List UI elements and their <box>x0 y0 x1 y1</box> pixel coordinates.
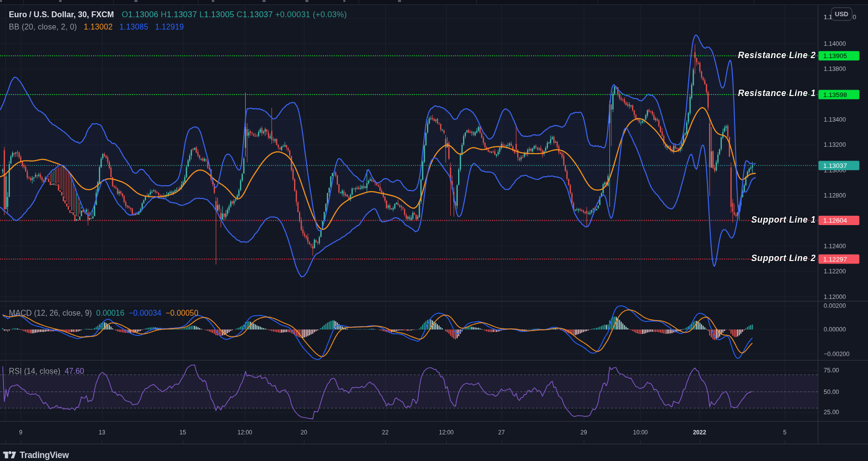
svg-text:1.12604: 1.12604 <box>823 217 847 224</box>
svg-text:13: 13 <box>99 429 105 436</box>
svg-text:29: 29 <box>580 429 587 436</box>
svg-text:5: 5 <box>783 429 787 436</box>
svg-text:9: 9 <box>19 429 23 436</box>
svg-text:1.13598: 1.13598 <box>823 91 847 99</box>
svg-text:O1.13006 H1.13037 L1.13005: O1.13006 H1.13037 L1.13005 C1.13037 +0.0… <box>122 10 347 19</box>
svg-text:1.13905: 1.13905 <box>823 52 847 60</box>
svg-text:1.12000: 1.12000 <box>824 294 846 300</box>
svg-text:Support Line 1: Support Line 1 <box>751 215 816 225</box>
svg-text:2022: 2022 <box>693 429 706 436</box>
svg-text:12:00: 12:00 <box>439 429 454 436</box>
svg-text:−0.00200: −0.00200 <box>824 351 850 358</box>
svg-text:20: 20 <box>300 429 307 436</box>
svg-text:1.13037: 1.13037 <box>823 162 847 169</box>
svg-text:10:00: 10:00 <box>633 429 648 436</box>
svg-text:BB (20, close, 2, 0) 1.13002: BB (20, close, 2, 0) 1.13002 1.13085 1.1… <box>9 23 184 31</box>
svg-text:1.12200: 1.12200 <box>824 268 846 275</box>
svg-text:0.00200: 0.00200 <box>824 302 846 309</box>
svg-text:Resistance Line 1: Resistance Line 1 <box>738 88 816 98</box>
svg-text:1.12800: 1.12800 <box>824 192 846 199</box>
svg-text:1.13800: 1.13800 <box>824 66 846 72</box>
svg-text:25.00: 25.00 <box>824 409 839 416</box>
svg-text:Euro / U.S. Dollar, 30, FXCM: Euro / U.S. Dollar, 30, FXCM <box>9 10 114 19</box>
svg-text:USD: USD <box>835 10 848 18</box>
svg-text:75.00: 75.00 <box>824 367 839 374</box>
svg-text:1.13400: 1.13400 <box>824 116 846 123</box>
svg-text:15: 15 <box>179 429 186 436</box>
svg-text:0: 0 <box>853 14 856 21</box>
svg-text:Support Line 2: Support Line 2 <box>751 253 816 263</box>
svg-text:22: 22 <box>382 429 389 436</box>
svg-text:1.12400: 1.12400 <box>824 243 846 250</box>
svg-text:50.00: 50.00 <box>824 389 839 395</box>
svg-text:Resistance Line 2: Resistance Line 2 <box>738 50 816 60</box>
svg-text:27: 27 <box>498 429 505 436</box>
svg-text:1.13200: 1.13200 <box>824 141 846 148</box>
svg-text:TradingView: TradingView <box>20 450 69 460</box>
svg-text:1.12297: 1.12297 <box>823 256 847 263</box>
svg-text:MACD (12, 26, close, 9) 0.000: MACD (12, 26, close, 9) 0.00016 −0.00034… <box>9 309 199 317</box>
svg-text:0.00000: 0.00000 <box>824 326 846 333</box>
svg-text:12:00: 12:00 <box>237 429 252 436</box>
svg-text:1.14000: 1.14000 <box>824 40 846 47</box>
svg-text:RSI (14, close) 47.60: RSI (14, close) 47.60 <box>9 367 84 375</box>
